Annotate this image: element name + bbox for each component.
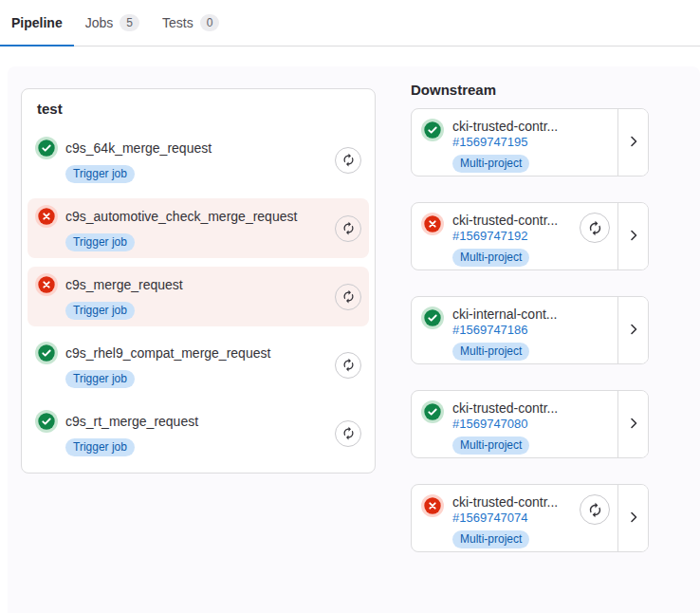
retry-job-button[interactable]: [335, 284, 361, 310]
pipeline-status-icon: [421, 400, 444, 423]
job-status-icon: [35, 205, 58, 228]
job-row: c9s_rhel9_compat_merge_request Trigger j…: [28, 335, 369, 395]
expand-pipeline-button[interactable]: [617, 485, 648, 551]
downstream-pipeline-id-link[interactable]: #1569747192: [452, 229, 558, 244]
downstream-pipeline-id-link[interactable]: #1569747080: [452, 417, 558, 432]
tab-pipeline-label: Pipeline: [11, 15, 63, 30]
downstream-pipeline-name[interactable]: cki-trusted-contr...: [452, 494, 558, 511]
downstream-pipeline-name[interactable]: cki-trusted-contr...: [452, 400, 558, 417]
pipeline-status-icon: [421, 306, 444, 329]
multi-project-badge: Multi-project: [452, 249, 529, 267]
downstream-pipeline-card: cki-trusted-contr... #1569747074 Multi-p…: [411, 484, 649, 552]
multi-project-badge: Multi-project: [452, 155, 529, 173]
stage-title: test: [37, 101, 369, 117]
downstream-pipeline-name[interactable]: cki-internal-cont...: [452, 306, 557, 323]
expand-pipeline-button[interactable]: [617, 297, 648, 363]
expand-pipeline-button[interactable]: [617, 391, 648, 457]
downstream-pipeline-name[interactable]: cki-trusted-contr...: [452, 213, 558, 229]
trigger-job-badge: Trigger job: [65, 370, 135, 388]
downstream-title: Downstream: [411, 82, 649, 98]
retry-pipeline-button[interactable]: [580, 213, 610, 243]
multi-project-badge: Multi-project: [452, 343, 529, 361]
job-row: c9s_rt_merge_request Trigger job: [28, 403, 369, 463]
downstream-pipeline-card: cki-trusted-contr... #1569747080 Multi-p…: [411, 390, 649, 458]
stage-card-test: test c9s_64k_merge_request Trigger job: [21, 88, 376, 474]
downstream-pipeline-name[interactable]: cki-trusted-contr...: [452, 119, 558, 135]
jobs-count-badge: 5: [120, 14, 139, 31]
retry-job-button[interactable]: [335, 420, 361, 447]
retry-pipeline-button[interactable]: [580, 494, 610, 525]
job-name[interactable]: c9s_automotive_check_merge_request: [65, 209, 297, 224]
retry-job-button[interactable]: [335, 147, 361, 174]
job-list: c9s_64k_merge_request Trigger job: [28, 130, 369, 463]
pipeline-graph-panel: test c9s_64k_merge_request Trigger job: [8, 66, 700, 613]
trigger-job-badge: Trigger job: [65, 233, 135, 251]
job-status-icon: [35, 137, 58, 159]
tab-pipeline[interactable]: Pipeline: [0, 0, 74, 46]
trigger-job-badge: Trigger job: [65, 302, 135, 320]
job-status-icon: [35, 342, 58, 364]
downstream-pipeline-card: cki-internal-cont... #1569747186 Multi-p…: [411, 296, 649, 364]
tab-tests-label: Tests: [162, 15, 193, 30]
job-row: c9s_merge_request Trigger job: [28, 267, 369, 326]
trigger-job-badge: Trigger job: [65, 438, 135, 456]
chevron-right-icon: [626, 228, 641, 246]
chevron-right-icon: [626, 416, 641, 434]
tests-count-badge: 0: [200, 14, 220, 31]
tab-tests[interactable]: Tests 0: [151, 0, 230, 46]
downstream-pipeline-card: cki-trusted-contr... #1569747195 Multi-p…: [411, 108, 649, 176]
chevron-right-icon: [626, 134, 641, 152]
tab-jobs-label: Jobs: [85, 15, 114, 30]
job-name[interactable]: c9s_64k_merge_request: [65, 140, 212, 156]
retry-job-button[interactable]: [335, 352, 361, 379]
pipeline-tabs: Pipeline Jobs 5 Tests 0: [0, 0, 700, 46]
chevron-right-icon: [626, 322, 641, 340]
job-row: c9s_64k_merge_request Trigger job: [28, 130, 369, 190]
multi-project-badge: Multi-project: [452, 437, 529, 455]
downstream-pipeline-id-link[interactable]: #1569747195: [452, 135, 558, 150]
pipeline-status-icon: [421, 494, 444, 517]
downstream-pipeline-card: cki-trusted-contr... #1569747192 Multi-p…: [411, 202, 649, 270]
multi-project-badge: Multi-project: [452, 530, 529, 548]
job-name[interactable]: c9s_rt_merge_request: [65, 414, 198, 429]
pipeline-status-icon: [421, 213, 444, 235]
chevron-right-icon: [626, 510, 641, 528]
job-row: c9s_automotive_check_merge_request Trigg…: [28, 198, 369, 258]
expand-pipeline-button[interactable]: [617, 203, 648, 269]
downstream-pipeline-id-link[interactable]: #1569747074: [452, 511, 558, 526]
expand-pipeline-button[interactable]: [617, 109, 648, 176]
job-name[interactable]: c9s_rhel9_compat_merge_request: [65, 345, 270, 361]
downstream-list: cki-trusted-contr... #1569747195 Multi-p…: [411, 108, 649, 552]
tab-jobs[interactable]: Jobs 5: [74, 0, 151, 46]
retry-job-button[interactable]: [335, 215, 361, 242]
trigger-job-badge: Trigger job: [65, 165, 135, 183]
downstream-pipeline-id-link[interactable]: #1569747186: [452, 323, 557, 338]
pipeline-status-icon: [421, 119, 444, 141]
job-status-icon: [35, 273, 58, 296]
job-name[interactable]: c9s_merge_request: [65, 277, 183, 292]
job-status-icon: [35, 410, 58, 433]
downstream-section: Downstream cki-trusted-contr... #1569747…: [411, 82, 649, 552]
